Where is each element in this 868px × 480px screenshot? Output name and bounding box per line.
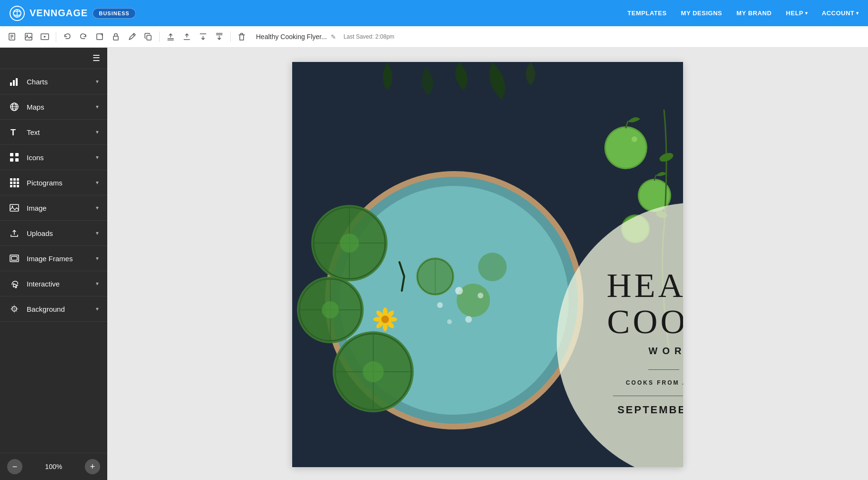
sidebar-item-pictograms[interactable]: Pictograms ▾: [0, 170, 107, 195]
toolbar-sep-1: [56, 31, 56, 42]
toolbar-redo[interactable]: [77, 30, 90, 43]
date-text: SEPTEMBER 20th — 25th: [617, 404, 683, 416]
nav-links: TEMPLATES MY DESIGNS MY BRAND HELP ▾ ACC…: [627, 10, 858, 17]
hamburger-icon[interactable]: ☰: [92, 53, 100, 63]
svg-rect-34: [17, 178, 19, 181]
svg-rect-29: [15, 153, 19, 156]
svg-point-66: [606, 128, 646, 168]
pictograms-icon: [9, 178, 20, 187]
charts-arrow-icon: ▾: [96, 78, 99, 85]
image-frames-icon: [9, 254, 20, 263]
interactive-icon: [9, 279, 20, 288]
toolbar-lock[interactable]: [109, 30, 123, 43]
toolbar-sep-2: [159, 31, 160, 42]
canvas-area: HEALTHY COOKING WORKSHOP WITH COOKS FROM…: [107, 48, 868, 480]
svg-point-64: [363, 361, 384, 382]
svg-rect-28: [10, 153, 13, 156]
nav-my-brand[interactable]: MY BRAND: [736, 10, 772, 17]
toolbar-image-btn[interactable]: [22, 30, 35, 43]
globe-icon: [9, 102, 20, 112]
logo-text: VENNGAGE: [30, 8, 88, 19]
divider-left: [648, 369, 679, 370]
background-icon: [9, 304, 20, 314]
interactive-label: Interactive: [27, 280, 96, 288]
sidebar-item-image-frames[interactable]: Image Frames ▾: [0, 246, 107, 271]
nav-templates[interactable]: TEMPLATES: [627, 10, 666, 17]
icons-label: Icons: [27, 153, 96, 162]
toolbar-copy[interactable]: [142, 30, 155, 43]
svg-rect-38: [10, 185, 12, 187]
svg-point-94: [478, 293, 483, 298]
image-icon: [9, 203, 20, 213]
svg-point-92: [465, 316, 472, 323]
zoom-in-button[interactable]: +: [85, 459, 100, 474]
uploads-label: Uploads: [27, 229, 96, 237]
interactive-arrow-icon: ▾: [96, 280, 99, 287]
toolbar-move-down[interactable]: [196, 30, 210, 43]
svg-point-89: [478, 253, 507, 281]
cooks-text: COOKS FROM AROUND THE WORLD: [626, 379, 683, 386]
pictograms-label: Pictograms: [27, 179, 96, 187]
sidebar-item-icons[interactable]: Icons ▾: [0, 145, 107, 170]
design-title: Healthy Cooking Flyer...: [256, 33, 327, 41]
date-divider: [613, 396, 683, 396]
edit-title-icon[interactable]: ✎: [331, 33, 336, 41]
image-frames-arrow-icon: ▾: [96, 255, 99, 262]
toolbar-media-btn[interactable]: [38, 30, 51, 43]
svg-rect-19: [10, 82, 12, 86]
logo-area: VENNGAGE BUSINESS: [10, 6, 136, 21]
svg-rect-32: [10, 178, 12, 181]
nav-account[interactable]: ACCOUNT ▾: [822, 10, 858, 17]
svg-rect-31: [15, 158, 19, 162]
svg-rect-10: [113, 36, 118, 40]
svg-point-84: [381, 316, 389, 323]
toolbar-bring-front[interactable]: [164, 30, 177, 43]
sidebar-item-maps[interactable]: Maps ▾: [0, 94, 107, 120]
toolbar-resize[interactable]: [93, 30, 106, 43]
account-arrow-icon: ▾: [856, 10, 859, 16]
toolbar-title-area: Healthy Cooking Flyer... ✎ Last Saved: 2…: [256, 33, 394, 41]
svg-rect-30: [10, 158, 13, 162]
sidebar-item-interactive[interactable]: Interactive ▾: [0, 271, 107, 296]
subtitle-workshop: WORKSHOP: [649, 346, 684, 357]
background-arrow-icon: ▾: [96, 306, 99, 312]
svg-text:T: T: [10, 128, 16, 137]
last-saved: Last Saved: 2:08pm: [344, 33, 395, 40]
background-label: Background: [27, 305, 96, 313]
sidebar-item-image[interactable]: Image ▾: [0, 195, 107, 221]
top-navigation: VENNGAGE BUSINESS TEMPLATES MY DESIGNS M…: [0, 0, 868, 26]
svg-point-67: [632, 136, 637, 142]
nav-help[interactable]: HELP ▾: [786, 10, 807, 17]
toolbar-undo[interactable]: [61, 30, 74, 43]
toolbar-move-up[interactable]: [180, 30, 194, 43]
title-cooking: COOKING: [607, 304, 684, 340]
business-badge: BUSINESS: [92, 8, 135, 19]
left-sidebar: ☰ Charts ▾: [0, 48, 107, 480]
svg-rect-20: [13, 80, 15, 86]
svg-line-11: [133, 34, 134, 36]
maps-arrow-icon: ▾: [96, 103, 99, 110]
editor-toolbar: Healthy Cooking Flyer... ✎ Last Saved: 2…: [0, 26, 868, 48]
sidebar-header: ☰: [0, 48, 107, 69]
venngage-logo-icon: [10, 6, 25, 21]
divider-with: WITH: [585, 366, 683, 373]
sidebar-item-text[interactable]: T Text ▾: [0, 120, 107, 145]
svg-rect-41: [10, 204, 19, 211]
toolbar-delete[interactable]: [235, 30, 248, 43]
svg-point-54: [340, 234, 359, 253]
svg-rect-37: [17, 182, 19, 184]
toolbar-page-btn[interactable]: [6, 30, 19, 43]
text-arrow-icon: ▾: [96, 129, 99, 135]
nav-my-designs[interactable]: MY DESIGNS: [681, 10, 722, 17]
svg-point-90: [455, 287, 463, 295]
canvas-background: HEALTHY COOKING WORKSHOP WITH COOKS FROM…: [292, 62, 683, 467]
sidebar-item-background[interactable]: Background ▾: [0, 296, 107, 322]
image-frames-label: Image Frames: [27, 255, 96, 263]
sidebar-item-uploads[interactable]: Uploads ▾: [0, 221, 107, 246]
bar-chart-icon: [9, 77, 20, 86]
toolbar-send-back[interactable]: [213, 30, 226, 43]
toolbar-edit[interactable]: [125, 30, 139, 43]
sidebar-item-charts[interactable]: Charts ▾: [0, 69, 107, 94]
zoom-out-button[interactable]: −: [7, 459, 22, 474]
design-canvas: HEALTHY COOKING WORKSHOP WITH COOKS FROM…: [292, 62, 683, 467]
